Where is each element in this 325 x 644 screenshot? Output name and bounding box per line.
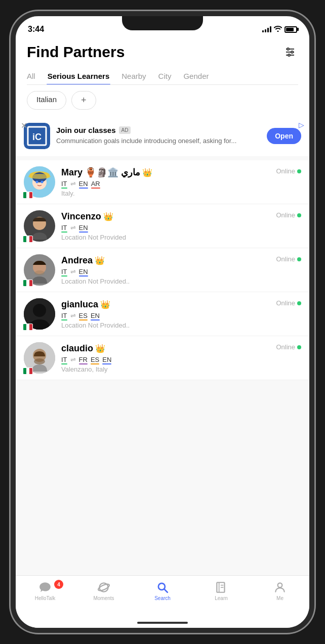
svg-point-14 bbox=[36, 181, 38, 183]
chip-add[interactable]: + bbox=[71, 91, 96, 110]
nav-label-hellotalk: HelloTalk bbox=[35, 595, 56, 601]
lang-es-gianluca: ES bbox=[79, 312, 88, 319]
tab-gender[interactable]: Gender bbox=[177, 68, 215, 84]
user-name-andrea: Andrea bbox=[61, 255, 93, 266]
nav-label-moments: Moments bbox=[93, 595, 114, 601]
crown-andrea: 👑 bbox=[95, 256, 105, 265]
ad-card: ✕ ▷ iC Join our classes AD Communication… bbox=[16, 116, 309, 156]
online-label-claudio: Online bbox=[276, 343, 295, 351]
lang-en-claudio: EN bbox=[102, 356, 111, 363]
lang-es-claudio: ES bbox=[91, 356, 99, 363]
notch bbox=[122, 16, 203, 30]
nav-learn[interactable]: Learn bbox=[192, 581, 251, 601]
ad-play-icon: ▷ bbox=[299, 121, 304, 129]
crown-gianluca: 👑 bbox=[100, 300, 110, 309]
avatar-wrap-mary bbox=[24, 166, 55, 198]
user-name-row-andrea: Andrea 👑 bbox=[61, 255, 270, 266]
chip-italian[interactable]: Italian bbox=[27, 91, 66, 110]
tab-city[interactable]: City bbox=[152, 68, 178, 84]
user-row-claudio[interactable]: claudio 👑 IT ⇌ FR ES EN Valenzano, Italy… bbox=[16, 336, 309, 380]
lang-en-gianluca: EN bbox=[91, 312, 100, 319]
book-icon bbox=[215, 581, 228, 594]
status-icons bbox=[262, 26, 297, 33]
content: ✕ ▷ iC Join our classes AD Communication… bbox=[16, 116, 309, 575]
user-info-claudio: claudio 👑 IT ⇌ FR ES EN Valenzano, Italy bbox=[61, 343, 270, 373]
lang-row-andrea: IT ⇌ EN bbox=[61, 268, 270, 275]
tab-nearby[interactable]: Nearby bbox=[115, 68, 152, 84]
user-name-row-mary: Mary 🏺🗿🏛️ ماري 👑 bbox=[61, 167, 270, 178]
online-status-claudio: Online bbox=[276, 343, 301, 351]
user-info-mary: Mary 🏺🗿🏛️ ماري 👑 IT ⇌ EN AR Italy. bbox=[61, 167, 270, 197]
ad-logo: iC bbox=[24, 123, 50, 149]
user-name-vincenzo: Vincenzo bbox=[61, 211, 101, 222]
online-label-gianluca: Online bbox=[276, 299, 295, 307]
bottom-nav: 4 HelloTalk Moments bbox=[16, 575, 309, 618]
arrows-mary: ⇌ bbox=[70, 180, 76, 188]
user-location-gianluca: Location Not Provided.. bbox=[61, 321, 270, 329]
user-row-vincenzo[interactable]: Vincenzo 👑 IT ⇌ EN Location Not Provided… bbox=[16, 204, 309, 248]
user-row-gianluca[interactable]: gianluca 👑 IT ⇌ ES EN Location Not Provi… bbox=[16, 292, 309, 336]
user-info-andrea: Andrea 👑 IT ⇌ EN Location Not Provided.. bbox=[61, 255, 270, 285]
lang-it-claudio: IT bbox=[61, 356, 67, 363]
svg-point-5 bbox=[288, 54, 290, 56]
online-status-gianluca: Online bbox=[276, 299, 301, 307]
lang-ar-mary: AR bbox=[91, 180, 100, 188]
lang-it-gianluca: IT bbox=[61, 312, 67, 319]
phone-frame: 3:44 Find Partners bbox=[11, 11, 314, 633]
user-info-gianluca: gianluca 👑 IT ⇌ ES EN Location Not Provi… bbox=[61, 299, 270, 329]
online-dot-vincenzo bbox=[297, 213, 301, 217]
user-location-claudio: Valenzano, Italy bbox=[61, 365, 270, 373]
nav-me[interactable]: Me bbox=[251, 581, 309, 601]
ad-badge: AD bbox=[119, 126, 131, 134]
user-row-mary[interactable]: Mary 🏺🗿🏛️ ماري 👑 IT ⇌ EN AR Italy. Onlin… bbox=[16, 160, 309, 204]
online-label-andrea: Online bbox=[276, 255, 295, 263]
filter-button[interactable] bbox=[282, 44, 298, 60]
svg-point-21 bbox=[34, 270, 45, 275]
svg-text:iC: iC bbox=[32, 132, 42, 142]
avatar-wrap-gianluca bbox=[24, 298, 55, 330]
tab-all[interactable]: All bbox=[27, 68, 42, 84]
ad-description: Communication goals include introducing … bbox=[56, 136, 261, 146]
online-label-vincenzo: Online bbox=[276, 211, 295, 219]
lang-row-mary: IT ⇌ EN AR bbox=[61, 180, 270, 188]
page-title: Find Partners bbox=[27, 43, 125, 61]
lang-en-andrea: EN bbox=[79, 268, 88, 275]
svg-point-28 bbox=[97, 583, 110, 592]
online-status-vincenzo: Online bbox=[276, 211, 301, 219]
ad-title: Join our classes bbox=[56, 126, 116, 134]
avatar-wrap-andrea bbox=[24, 254, 55, 286]
user-location-andrea: Location Not Provided.. bbox=[61, 278, 270, 285]
svg-line-30 bbox=[164, 589, 168, 592]
lang-it-vincenzo: IT bbox=[61, 224, 67, 232]
nav-label-me: Me bbox=[276, 595, 283, 601]
planet-icon bbox=[97, 581, 110, 594]
screen: Find Partners All bbox=[16, 38, 309, 628]
online-dot-gianluca bbox=[297, 301, 301, 305]
arrows-andrea: ⇌ bbox=[70, 268, 76, 275]
ad-title-row: Join our classes AD bbox=[56, 126, 261, 134]
flag-italy-gianluca bbox=[23, 324, 33, 331]
user-name-row-claudio: claudio 👑 bbox=[61, 343, 270, 354]
svg-point-16 bbox=[28, 174, 51, 179]
filter-chips: Italian + bbox=[16, 85, 309, 116]
online-dot-mary bbox=[297, 169, 301, 173]
nav-search[interactable]: Search bbox=[133, 581, 192, 601]
user-location-vincenzo: Location Not Provided bbox=[61, 234, 270, 241]
ad-open-button[interactable]: Open bbox=[267, 128, 301, 144]
ad-close-button[interactable]: ✕ bbox=[21, 121, 27, 130]
header-top: Find Partners bbox=[27, 43, 298, 61]
nav-moments[interactable]: Moments bbox=[74, 581, 133, 601]
svg-point-3 bbox=[287, 48, 289, 50]
nav-hellotalk[interactable]: 4 HelloTalk bbox=[16, 581, 74, 601]
user-name-row-vincenzo: Vincenzo 👑 bbox=[61, 211, 270, 222]
user-info-vincenzo: Vincenzo 👑 IT ⇌ EN Location Not Provided bbox=[61, 211, 270, 241]
avatar-wrap-vincenzo bbox=[24, 210, 55, 242]
user-row-andrea[interactable]: Andrea 👑 IT ⇌ EN Location Not Provided..… bbox=[16, 248, 309, 292]
arrows-vincenzo: ⇌ bbox=[70, 224, 76, 232]
tabs: All Serious Learners Nearby City Gender bbox=[27, 68, 298, 85]
tab-serious-learners[interactable]: Serious Learners bbox=[42, 68, 116, 84]
lang-row-gianluca: IT ⇌ ES EN bbox=[61, 312, 270, 319]
user-name-claudio: claudio bbox=[61, 343, 93, 354]
online-dot-andrea bbox=[297, 257, 301, 261]
flag-italy-vincenzo bbox=[23, 236, 33, 243]
